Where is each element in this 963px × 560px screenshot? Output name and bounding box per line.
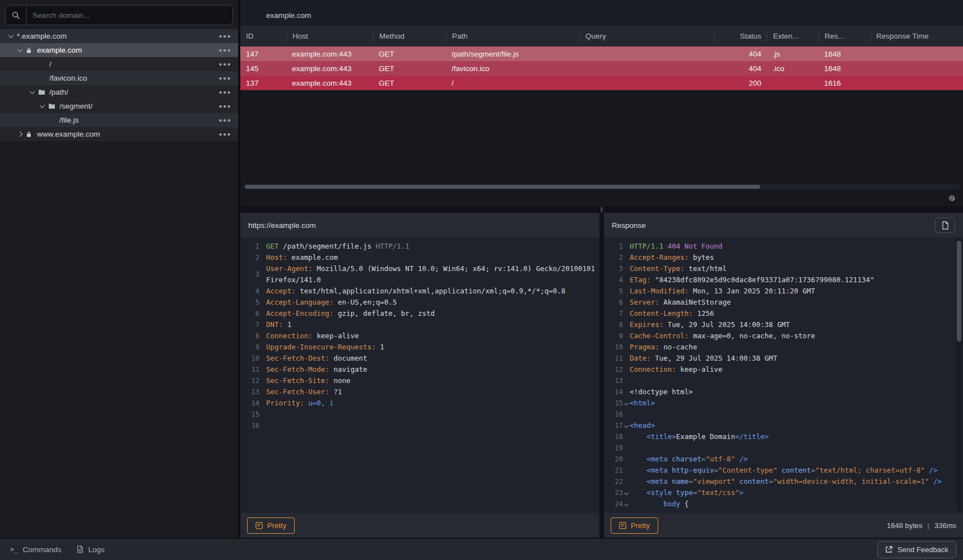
column-header-exten[interactable]: Exten... [767, 31, 818, 42]
column-header-res[interactable]: Res... [818, 31, 870, 42]
code-line: 6Server: AkamaiNetStorage [604, 297, 955, 308]
line-number: 24 [604, 498, 630, 510]
table-row-145[interactable]: 145example.com:443GET/favicon.ico404.ico… [240, 61, 963, 76]
response-scrollbar[interactable] [956, 239, 962, 512]
line-content: Sec-Fetch-Dest: document [266, 353, 599, 364]
logs-button[interactable]: Logs [77, 545, 104, 554]
code-line: 2Host: example.com [240, 252, 599, 263]
item-menu-dots-icon[interactable]: ●●● [218, 61, 238, 67]
item-menu-dots-icon[interactable]: ●●● [218, 131, 238, 137]
chevron-right-icon[interactable] [17, 132, 22, 137]
document-icon [77, 545, 83, 553]
domain-search-input[interactable] [27, 11, 232, 20]
cell-response_time [870, 46, 963, 61]
fold-spacer [259, 321, 266, 328]
item-menu-dots-icon[interactable]: ●●● [218, 33, 238, 39]
line-content: Date: Tue, 29 Jul 2025 14:00:38 GMT [630, 353, 955, 364]
logs-label: Logs [88, 545, 104, 554]
send-feedback-label: Send Feedback [897, 545, 948, 554]
table-settings-row [240, 190, 963, 206]
chevron-down-icon[interactable] [8, 32, 13, 38]
item-menu-dots-icon[interactable]: ●●● [218, 89, 238, 95]
line-content: User-Agent: Mozilla/5.0 (Windows NT 10.0… [266, 263, 599, 286]
column-header-id[interactable]: ID [240, 31, 286, 42]
tree-item-file-js[interactable]: /file.js●●● [0, 113, 238, 127]
status-bar: >_ Commands Logs Send Feedback [0, 538, 963, 560]
line-number: 7 [604, 308, 630, 319]
line-content: <meta name="viewport" content="width=dev… [630, 476, 955, 487]
vertical-splitter[interactable] [599, 213, 604, 538]
tab-example-com[interactable]: example.com [254, 4, 323, 26]
tree-item-path[interactable]: /path/●●● [0, 85, 238, 99]
line-number: 12 [604, 364, 630, 375]
chevron-slot [26, 90, 38, 94]
item-menu-dots-icon[interactable]: ●●● [218, 75, 238, 81]
cell-response_length: 1616 [818, 76, 870, 90]
fold-chevron-icon[interactable] [623, 422, 630, 429]
response-pretty-button[interactable]: Pretty [611, 517, 658, 534]
response-scrollbar-thumb[interactable] [957, 241, 961, 342]
tree-item-root[interactable]: /●●● [0, 57, 238, 71]
line-number: 6 [604, 297, 630, 308]
column-header-path[interactable]: Path [446, 31, 579, 42]
column-header-method[interactable]: Method [373, 31, 446, 42]
cell-query [579, 76, 714, 90]
fold-spacer [623, 377, 630, 384]
send-feedback-button[interactable]: Send Feedback [877, 541, 956, 558]
code-line: 16 [604, 409, 955, 420]
line-number: 14 [604, 386, 630, 398]
copy-response-button[interactable] [935, 217, 955, 233]
column-header-host[interactable]: Host [286, 31, 373, 42]
horizontal-scrollbar[interactable] [244, 184, 960, 189]
code-line: 16 [240, 420, 599, 431]
tree-item-example-com[interactable]: *.example.com●●● [0, 29, 238, 43]
line-number: 1 [240, 241, 266, 252]
tree-item-label: /file.js [59, 116, 218, 124]
fold-spacer [623, 456, 630, 463]
domain-search-box[interactable] [5, 5, 233, 25]
line-number: 4 [240, 286, 266, 297]
item-menu-dots-icon[interactable]: ●●● [218, 47, 238, 53]
horizontal-splitter[interactable] [240, 206, 963, 213]
fold-chevron-icon[interactable] [623, 489, 630, 496]
fold-spacer [259, 344, 266, 351]
pretty-format-icon [255, 522, 263, 529]
line-content: <meta http-equiv="Content-type" content=… [630, 465, 955, 476]
fold-chevron-icon[interactable] [623, 501, 630, 507]
line-content: Connection: keep-alive [266, 330, 599, 342]
chevron-down-icon[interactable] [29, 88, 35, 94]
table-settings-gear-icon[interactable] [947, 194, 956, 203]
tree-item-example-com[interactable]: example.com●●● [0, 43, 238, 57]
splitter-handle[interactable] [601, 207, 603, 212]
fold-chevron-icon[interactable] [623, 400, 630, 407]
column-header-query[interactable]: Query [579, 31, 714, 42]
horizontal-scrollbar-thumb[interactable] [245, 185, 760, 189]
folder-icon [48, 103, 59, 109]
item-menu-dots-icon[interactable]: ●●● [218, 103, 238, 109]
request-pretty-button[interactable]: Pretty [247, 517, 295, 534]
line-number: 3 [604, 263, 630, 274]
chevron-down-icon[interactable] [17, 46, 22, 52]
chevron-down-icon[interactable] [39, 102, 45, 108]
column-header-status[interactable]: Status [714, 31, 767, 42]
cell-response_time [870, 76, 963, 90]
tree-item-favicon-ico[interactable]: /favicon.ico●●● [0, 71, 238, 85]
request-pane-footer: Pretty [240, 513, 599, 538]
table-row-137[interactable]: 137example.com:443GET/2001616 [240, 76, 963, 90]
app-root: *.example.com●●●example.com●●●/●●●/favic… [0, 0, 963, 560]
tree-item-segment[interactable]: /segment/●●● [0, 99, 238, 113]
response-editor[interactable]: 1HTTP/1.1 404 Not Found2Accept-Ranges: b… [604, 237, 955, 513]
fold-spacer [623, 433, 630, 440]
commands-button[interactable]: >_ Commands [10, 545, 61, 554]
fold-spacer [623, 333, 630, 339]
fold-spacer [623, 265, 630, 272]
table-row-147[interactable]: 147example.com:443GET/path/segment/file.… [240, 46, 963, 61]
tree-item-www-example-com[interactable]: www.example.com●●● [0, 127, 238, 141]
request-editor[interactable]: 1GET /path/segment/file.js HTTP/1.12Host… [240, 237, 599, 513]
line-content: GET /path/segment/file.js HTTP/1.1 [266, 241, 599, 252]
fold-spacer [259, 389, 266, 395]
column-header-response-time[interactable]: Response Time [870, 31, 963, 42]
search-wrap [0, 0, 238, 29]
cell-id: 137 [240, 76, 286, 90]
item-menu-dots-icon[interactable]: ●●● [218, 117, 238, 123]
